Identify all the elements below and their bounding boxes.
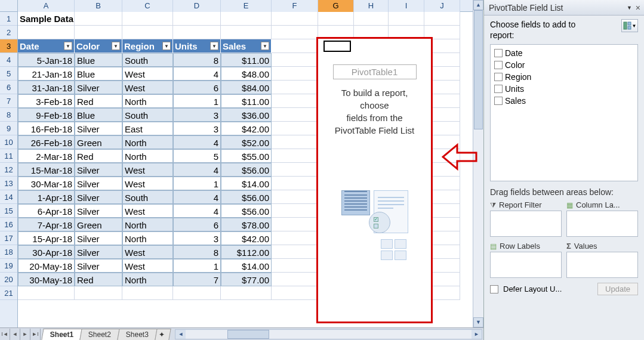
cell[interactable]: Red <box>75 149 122 163</box>
cell[interactable]: 2-Mar-18 <box>18 149 75 163</box>
cell[interactable]: West <box>122 81 173 94</box>
field-checkbox-units[interactable] <box>494 85 503 93</box>
cell[interactable]: $55.00 <box>221 149 272 163</box>
cell[interactable]: Green <box>75 135 122 149</box>
cell[interactable]: Silver <box>75 177 122 190</box>
cell[interactable]: 26-Feb-18 <box>18 135 75 149</box>
table-header-date[interactable]: Date▼ <box>18 39 75 53</box>
row-header-11[interactable]: 11 <box>0 149 17 163</box>
cell[interactable]: Blue <box>75 108 122 122</box>
cell[interactable]: West <box>122 259 173 273</box>
cell[interactable]: Red <box>75 273 122 286</box>
cell[interactable]: Green <box>75 218 122 231</box>
row-header-5[interactable]: 5 <box>0 67 17 81</box>
cell[interactable]: $14.00 <box>221 259 272 273</box>
cell[interactable]: 6-Apr-18 <box>18 204 75 218</box>
cell[interactable]: 31-Jan-18 <box>18 81 75 94</box>
cell[interactable]: 3 <box>173 122 221 135</box>
vertical-scroll-thumb[interactable] <box>474 10 483 129</box>
cell[interactable]: 16-Feb-18 <box>18 122 75 135</box>
row-header-15[interactable]: 15 <box>0 204 17 218</box>
cell[interactable] <box>75 286 122 300</box>
pane-menu-dropdown[interactable]: ▼ <box>627 5 632 11</box>
cell[interactable]: North <box>122 149 173 163</box>
cell[interactable]: $36.00 <box>221 108 272 122</box>
cell[interactable]: Sample Data <box>18 12 75 26</box>
prev-sheet-button[interactable]: ◄ <box>10 329 20 340</box>
cell[interactable]: 7-Apr-18 <box>18 218 75 231</box>
cell[interactable]: North <box>122 231 173 245</box>
row-header-14[interactable]: 14 <box>0 190 17 204</box>
cell[interactable] <box>272 218 318 231</box>
cell[interactable]: $52.00 <box>221 135 272 149</box>
cell[interactable]: 3-Feb-18 <box>18 94 75 108</box>
row-header-7[interactable]: 7 <box>0 94 17 108</box>
cell[interactable]: North <box>122 94 173 108</box>
row-header-9[interactable]: 9 <box>0 122 17 135</box>
cell[interactable] <box>221 12 272 26</box>
cell[interactable] <box>272 273 318 286</box>
sheet-tab-sheet1[interactable]: Sheet1 <box>41 329 82 340</box>
cell[interactable]: 9-Feb-18 <box>18 108 75 122</box>
new-sheet-button[interactable]: ✦ <box>155 329 171 340</box>
cell[interactable] <box>272 259 318 273</box>
cell[interactable]: $56.00 <box>221 190 272 204</box>
cell[interactable] <box>272 122 318 135</box>
cell[interactable]: 4 <box>173 163 221 177</box>
cell[interactable]: 4 <box>173 135 221 149</box>
column-header-I[interactable]: I <box>389 0 424 12</box>
cell[interactable]: $112.00 <box>221 245 272 259</box>
cell[interactable]: 1-Apr-18 <box>18 190 75 204</box>
cell[interactable]: Blue <box>75 53 122 67</box>
row-header-16[interactable]: 16 <box>0 218 17 231</box>
table-header-color[interactable]: Color▼ <box>75 39 122 53</box>
row-header-18[interactable]: 18 <box>0 245 17 259</box>
cell[interactable]: $56.00 <box>221 204 272 218</box>
report-filter-area[interactable] <box>490 211 562 237</box>
cell[interactable] <box>272 67 318 81</box>
cell[interactable] <box>272 177 318 190</box>
cell[interactable] <box>173 12 221 26</box>
cell[interactable]: $11.00 <box>221 94 272 108</box>
cell[interactable]: $84.00 <box>221 81 272 94</box>
cell[interactable]: Red <box>75 94 122 108</box>
cell[interactable]: 4 <box>173 190 221 204</box>
cell[interactable] <box>272 94 318 108</box>
cell[interactable]: 1 <box>173 259 221 273</box>
cell[interactable]: Silver <box>75 245 122 259</box>
cell[interactable]: $77.00 <box>221 273 272 286</box>
scroll-left-button[interactable]: ◄ <box>175 330 186 339</box>
column-header-A[interactable]: A <box>18 0 75 12</box>
sheet-nav-buttons[interactable]: I◄ ◄ ► ►I <box>0 329 41 340</box>
cell[interactable] <box>272 12 318 26</box>
cell[interactable]: 6 <box>173 218 221 231</box>
cell[interactable]: 30-Mar-18 <box>18 177 75 190</box>
field-checkbox-date[interactable] <box>494 49 503 57</box>
cell[interactable] <box>272 190 318 204</box>
cell[interactable]: North <box>122 273 173 286</box>
cell[interactable]: 7 <box>173 273 221 286</box>
cell[interactable] <box>75 26 122 39</box>
cell[interactable] <box>272 163 318 177</box>
cell[interactable]: Silver <box>75 231 122 245</box>
row-header-8[interactable]: 8 <box>0 108 17 122</box>
filter-dropdown-icon[interactable]: ▼ <box>210 42 218 50</box>
column-labels-area[interactable] <box>566 211 638 237</box>
cell[interactable] <box>272 245 318 259</box>
cell[interactable]: Silver <box>75 259 122 273</box>
cell[interactable]: 21-Jan-18 <box>18 67 75 81</box>
cell[interactable]: 4 <box>173 204 221 218</box>
cell[interactable]: 6 <box>173 81 221 94</box>
cell[interactable]: $48.00 <box>221 67 272 81</box>
cell[interactable] <box>389 12 424 26</box>
cell[interactable]: 15-Apr-18 <box>18 231 75 245</box>
row-header-10[interactable]: 10 <box>0 135 17 149</box>
cell[interactable] <box>272 149 318 163</box>
cell[interactable] <box>272 286 318 300</box>
cell[interactable]: East <box>122 122 173 135</box>
cell[interactable]: South <box>122 190 173 204</box>
cell[interactable]: South <box>122 53 173 67</box>
cell[interactable]: $42.00 <box>221 122 272 135</box>
sheet-tab-sheet3[interactable]: Sheet3 <box>118 329 158 340</box>
cell[interactable] <box>272 135 318 149</box>
